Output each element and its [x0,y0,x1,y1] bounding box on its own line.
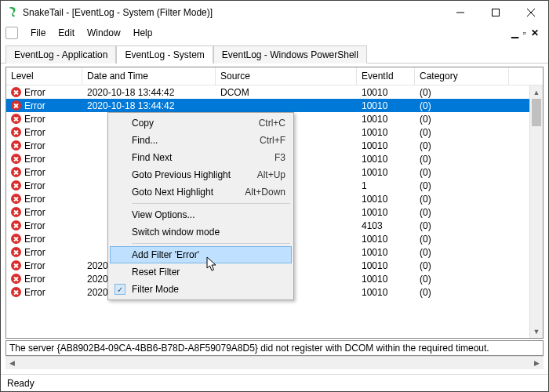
error-icon [11,87,21,97]
cell-category: (0) [415,87,509,98]
minimize-button[interactable] [442,1,478,24]
error-icon [11,234,21,244]
cell-eventid: 10010 [357,274,415,285]
cell-eventid: 10010 [357,114,415,125]
tab[interactable]: EventLog - Windows PowerShell [213,45,367,64]
context-menu-item[interactable]: Goto Previous HighlightAlt+Up [110,166,292,183]
scroll-down-icon[interactable]: ▼ [530,325,543,338]
menu-item-label: Goto Previous Highlight [132,169,257,180]
error-icon [11,167,21,177]
mdi-restore-icon[interactable]: ▫ [523,27,526,38]
menu-item-label: Add Filter 'Error' [132,249,285,260]
error-icon [11,114,21,124]
cell-category: (0) [415,154,509,165]
error-icon [11,180,21,191]
cell-level: Error [24,87,45,98]
cell-level: Error [24,207,45,218]
error-icon [11,140,21,151]
mdi-minimize-icon[interactable]: ▁ [511,27,518,38]
app-window: SnakeTail - [EventLog - System (Filter M… [0,0,549,392]
menu-edit[interactable]: Edit [52,26,81,40]
context-menu-item[interactable]: Goto Next HighlightAlt+Down [110,183,292,201]
context-menu-item[interactable]: Switch window mode [110,223,292,241]
menu-file[interactable]: File [24,26,52,40]
column-header-category[interactable]: Category [415,67,509,85]
context-menu-item[interactable]: Find NextF3 [110,149,292,166]
cell-eventid: 10010 [357,140,415,151]
menu-item-label: Goto Next Highlight [132,187,245,198]
menu-item-label: Reset Filter [132,267,285,278]
menu-item-label: Switch window mode [132,227,285,238]
status-text: Ready [7,378,35,389]
menu-window[interactable]: Window [81,26,127,40]
error-icon [11,220,21,230]
cell-level: Error [24,194,45,205]
maximize-button[interactable] [478,1,513,24]
context-menu-item[interactable]: Find...Ctrl+F [110,132,292,149]
cell-source: DCOM [216,87,357,98]
horizontal-scrollbar[interactable]: ◀ ▶ [5,356,544,369]
context-menu-item[interactable]: Reset Filter [110,263,292,281]
column-header-datetime[interactable]: Date and Time [82,67,216,85]
grid-header: Level Date and Time Source EventId Categ… [6,67,543,85]
tab[interactable]: EventLog - System [116,45,213,64]
cell-category: (0) [415,274,509,285]
cell-eventid: 10010 [357,154,415,165]
detail-text: The server {AB8902B4-09CA-4BB6-B78D-A8F5… [9,343,489,354]
table-row[interactable]: Error2020-10-18 13:44:42DCOM10010(0) [6,85,529,99]
menu-item-label: View Options... [132,209,285,220]
new-doc-icon[interactable] [5,27,18,39]
menu-item-label: Filter Mode [132,284,285,295]
vertical-scrollbar[interactable]: ▲ ▼ [529,85,543,338]
cell-eventid: 4103 [357,220,415,231]
cell-category: (0) [415,247,509,258]
mdi-close-icon[interactable]: ✕ [531,27,539,38]
error-icon [11,100,21,111]
cell-category: (0) [415,234,509,245]
tab[interactable]: EventLog - Application [5,45,116,64]
scroll-up-icon[interactable]: ▲ [530,85,543,99]
cell-category: (0) [415,287,509,298]
error-icon [11,194,21,204]
cell-category: (0) [415,127,509,138]
context-menu-item[interactable]: CopyCtrl+C [110,114,292,132]
cell-level: Error [24,114,45,125]
cell-eventid: 10010 [357,127,415,138]
context-menu-item[interactable]: View Options... [110,206,292,223]
cell-category: (0) [415,114,509,125]
cell-level: Error [24,140,45,151]
cell-level: Error [24,247,45,258]
error-icon [11,127,21,137]
cell-category: (0) [415,140,509,151]
cell-eventid: 10010 [357,167,415,178]
svg-rect-1 [492,9,499,16]
menu-help[interactable]: Help [127,26,159,40]
scroll-left-icon[interactable]: ◀ [5,359,19,367]
menu-bar: FileEditWindowHelp ▁ ▫ ✕ [1,24,548,42]
context-menu-item[interactable]: ✓Filter Mode [110,281,292,298]
cell-eventid: 10010 [357,287,415,298]
error-icon [11,207,21,217]
check-icon: ✓ [115,284,125,295]
cell-level: Error [24,287,45,298]
app-icon [7,7,18,18]
column-header-level[interactable]: Level [6,67,82,85]
cell-level: Error [24,180,45,191]
column-header-source[interactable]: Source [216,67,357,85]
cell-level: Error [24,100,45,111]
error-icon [11,287,21,297]
close-button[interactable] [513,1,548,24]
scroll-right-icon[interactable]: ▶ [530,359,544,367]
context-menu-item[interactable]: Add Filter 'Error' [110,246,292,263]
menu-item-label: Find Next [132,152,274,163]
cell-category: (0) [415,207,509,218]
menu-item-shortcut: Alt+Up [257,169,285,180]
cell-eventid: 10010 [357,87,415,98]
detail-pane: The server {AB8902B4-09CA-4BB6-B78D-A8F5… [5,340,544,356]
error-icon [11,247,21,257]
scroll-thumb[interactable] [532,99,541,126]
cell-category: (0) [415,194,509,205]
column-header-eventid[interactable]: EventId [357,67,415,85]
table-row[interactable]: Error2020-10-18 13:44:4210010(0) [6,99,529,112]
menu-item-label: Find... [132,135,260,146]
